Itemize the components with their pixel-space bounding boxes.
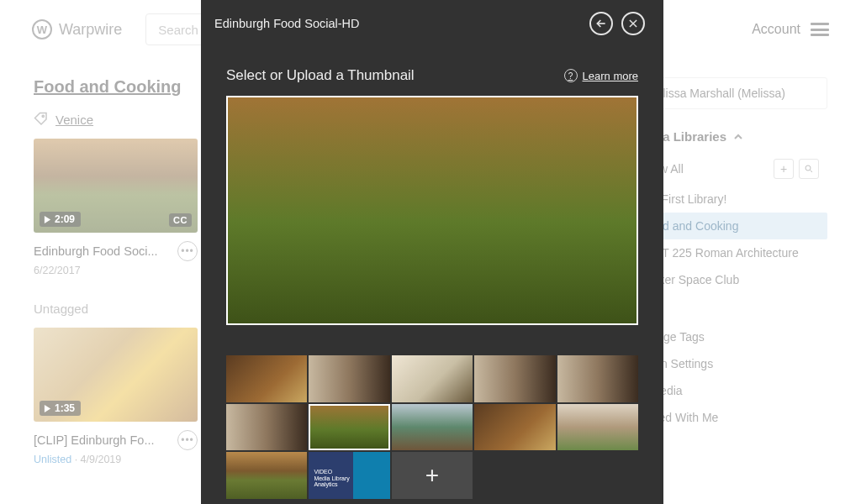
selected-thumbnail-preview: [226, 96, 638, 325]
thumbnail-option[interactable]: [226, 452, 307, 499]
thumbnail-strip: +: [226, 355, 638, 499]
back-button[interactable]: [589, 12, 613, 35]
close-icon: [627, 18, 639, 29]
thumbnail-option[interactable]: [309, 355, 389, 402]
modal-subtitle: Select or Upload a Thumbnail: [226, 67, 564, 84]
modal-title: Edinburgh Food Social-HD: [214, 17, 581, 30]
thumbnail-option[interactable]: [392, 355, 473, 402]
thumbnail-option[interactable]: [557, 355, 638, 402]
thumbnail-option[interactable]: [557, 404, 638, 451]
help-icon: ?: [564, 69, 578, 82]
close-button[interactable]: [621, 12, 645, 35]
thumbnail-option[interactable]: [309, 452, 389, 499]
thumbnail-option[interactable]: [474, 404, 555, 451]
thumbnail-modal: Edinburgh Food Social-HD Select or Uploa…: [201, 0, 663, 504]
thumbnail-option[interactable]: [474, 355, 555, 402]
learn-more-link[interactable]: ? Learn more: [564, 69, 638, 82]
arrow-left-icon: [594, 17, 608, 30]
thumbnail-option[interactable]: [226, 404, 307, 451]
upload-thumbnail-button[interactable]: +: [392, 452, 473, 499]
thumbnail-option[interactable]: [226, 355, 307, 402]
thumbnail-option[interactable]: [392, 404, 473, 451]
thumbnail-option[interactable]: [309, 404, 389, 451]
